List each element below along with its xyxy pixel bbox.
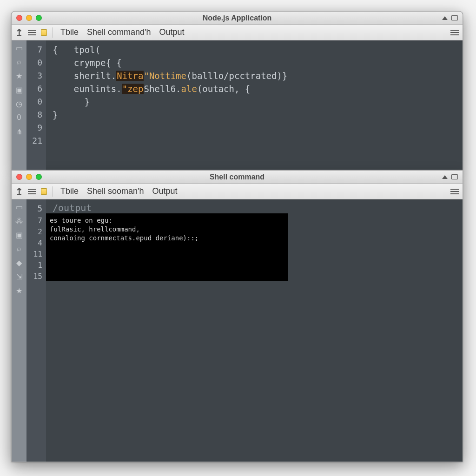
terminal-line: es toure on egu: [50,216,284,225]
code-token: (balllo [186,71,224,81]
line-numbers: 7 0 3 6 0 8 9 21 [26,40,46,170]
star-icon[interactable]: ★ [15,72,23,79]
line-numbers: 5 7 2 4 11 1 15 [26,199,46,462]
menu-icon[interactable] [450,189,459,194]
list-icon[interactable] [28,189,36,194]
search-icon[interactable]: ⌕ [15,58,23,66]
toolbar: ↥ Tbile Shell sooman'h Output [12,184,463,199]
code-token: ale [181,84,197,94]
traffic-lights [16,174,42,180]
separator [53,27,53,38]
window-title: Node.js Application [12,14,463,22]
file-icon[interactable]: ▭ [15,44,23,52]
star-icon[interactable]: ★ [15,287,23,294]
line-number: 8 [26,108,42,121]
line-number: 15 [26,271,42,282]
close-button[interactable] [16,174,22,180]
line-number: 7 [26,43,42,56]
code-token: } [53,110,58,120]
code-token: "zep [122,84,144,94]
window-title: Shell command [12,173,463,181]
code-token: { [53,45,58,55]
window-mode-icon[interactable] [451,15,458,20]
toolbar-tab-shell[interactable]: Shell sooman'h [85,186,146,196]
line-number: 3 [26,69,42,82]
code-token: pcctrated)} [229,71,288,81]
code-token: sherilt. [74,71,117,81]
tag-icon[interactable]: ◆ [15,259,23,266]
separator [53,186,53,197]
maximize-button[interactable] [36,15,42,21]
toolbar-tab-file[interactable]: Tbile [59,186,80,196]
folder-icon[interactable]: ▣ [15,86,23,93]
titlebar[interactable]: Node.js Application [12,12,463,25]
editor-window-nodejs: Node.js Application ↥ Tbile Shell comman… [11,11,463,170]
list-icon[interactable] [28,30,36,35]
traffic-lights [16,15,42,21]
line-number: 2 [26,226,42,238]
line-number: 6 [26,82,42,95]
search-icon[interactable]: ⌕ [15,245,23,252]
terminal-output: es toure on egu: fulRasic, hrellcommand,… [46,213,288,281]
line-number: 1 [26,260,42,271]
minimize-button[interactable] [26,174,32,180]
editor-body: ▭ ⁂ ▣ ⌕ ◆ ⇲ ★ 5 7 2 4 11 1 15 /output es… [12,199,463,462]
code-token: crympe{ { [74,58,122,68]
nav-icon[interactable]: ↥ [15,186,23,197]
file-badge-icon[interactable] [41,29,47,36]
expand-icon[interactable] [442,175,448,179]
maximize-button[interactable] [36,174,42,180]
line-number: 4 [26,238,42,249]
line-number: 21 [26,134,42,147]
zero-badge[interactable]: 0 [15,114,23,121]
window-mode-icon[interactable] [451,174,458,179]
menu-icon[interactable] [450,30,459,35]
terminal-line: fulRasic, hrellcommand, [50,225,284,234]
expand-icon[interactable] [442,16,448,20]
activity-bar: ▭ ⌕ ★ ▣ ◷ 0 ⋔ [12,40,26,170]
line-number: 0 [26,56,42,69]
code-token: Nitra [116,71,144,81]
code-token: "Nottime [144,71,186,81]
file-badge-icon[interactable] [41,188,47,195]
export-icon[interactable]: ⇲ [15,273,23,280]
code-editor[interactable]: { tpol( crympe{ { sherilt.Nitra"Nottime(… [46,40,463,170]
output-prompt: /output [53,202,458,213]
code-token: eunlints. [74,84,122,94]
output-area[interactable]: /output es toure on egu: fulRasic, hrell… [46,199,463,462]
anchor-icon[interactable]: ⋔ [15,128,23,135]
line-number: 0 [26,95,42,108]
line-number: 7 [26,215,42,226]
minimize-button[interactable] [26,15,32,21]
editor-body: ▭ ⌕ ★ ▣ ◷ 0 ⋔ 7 0 3 6 0 8 9 21 { tpol( c… [12,40,463,170]
pulse-icon[interactable]: ⁂ [15,217,23,225]
code-token: Shell6. [144,84,181,94]
editor-window-shell: Shell command ↥ Tbile Shell sooman'h Out… [11,170,463,462]
line-number: 11 [26,249,42,260]
history-icon[interactable]: ◷ [15,100,23,107]
terminal-line: conaloing cornmectats.epud deriane)::; [50,234,284,243]
activity-bar: ▭ ⁂ ▣ ⌕ ◆ ⇲ ★ [12,199,26,462]
line-number: 5 [26,202,42,215]
code-token: } [85,97,90,107]
folder-icon[interactable]: ▣ [15,231,23,238]
toolbar-tab-file[interactable]: Tbile [59,27,80,37]
close-button[interactable] [16,15,22,21]
toolbar-tab-shell[interactable]: Shell command'h [85,27,153,37]
nav-icon[interactable]: ↥ [15,27,23,38]
toolbar-tab-output[interactable]: Output [158,27,186,37]
code-token: (outach, { [197,84,250,94]
code-token: tpol( [74,45,100,55]
toolbar: ↥ Tbile Shell command'h Output [12,25,463,40]
file-icon[interactable]: ▭ [15,203,23,211]
toolbar-tab-output[interactable]: Output [151,186,179,196]
line-number: 9 [26,121,42,134]
titlebar[interactable]: Shell command [12,171,463,184]
